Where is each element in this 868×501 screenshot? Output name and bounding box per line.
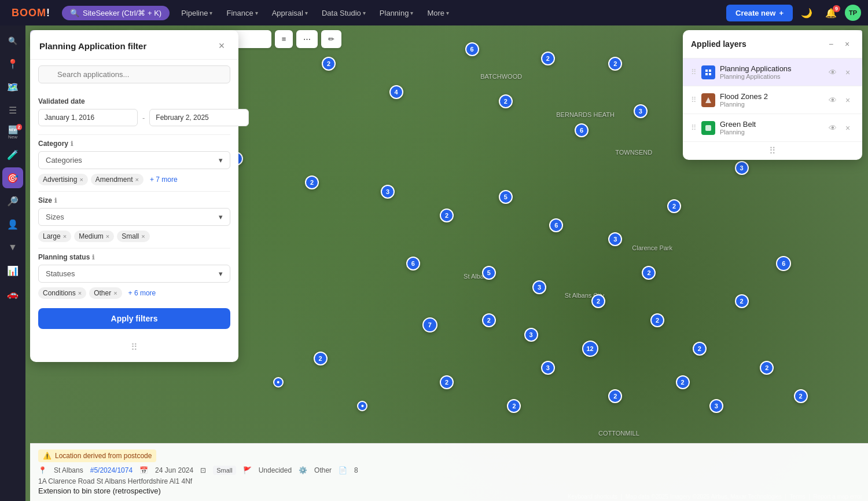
date-from-input[interactable]	[38, 109, 138, 126]
cluster-marker[interactable]: 2	[608, 57, 622, 71]
application-search-input[interactable]	[38, 65, 230, 83]
nav-appraisal[interactable]: Appraisal ▾	[266, 6, 314, 20]
cluster-marker[interactable]: 6	[406, 257, 420, 270]
cluster-marker[interactable]: 2	[642, 266, 656, 280]
remove-amendment-tag[interactable]: ×	[135, 176, 139, 183]
cluster-marker[interactable]: 5	[499, 190, 513, 204]
nav-planning[interactable]: Planning ▾	[374, 6, 420, 20]
size-info-icon[interactable]: ℹ	[54, 197, 57, 204]
cluster-marker[interactable]: 2	[541, 52, 555, 65]
cluster-marker[interactable]: 6	[549, 218, 563, 232]
cluster-marker[interactable]: 3	[541, 361, 555, 375]
apply-filters-button[interactable]: Apply filters	[38, 308, 230, 329]
layer-item-flood[interactable]: ⠿ Flood Zones 2 Planning 👁 ×	[683, 86, 862, 114]
cluster-marker[interactable]: 2	[499, 94, 513, 108]
cluster-marker[interactable]: 2	[322, 57, 336, 71]
cluster-marker[interactable]: 2	[676, 375, 690, 389]
nav-finance[interactable]: Finance ▾	[220, 6, 263, 20]
nav-pipeline[interactable]: Pipeline ▾	[175, 6, 218, 20]
layer-item-greenbelt[interactable]: ⠿ Green Belt Planning 👁 ×	[683, 114, 862, 142]
user-avatar[interactable]: TP	[845, 5, 861, 21]
cluster-marker[interactable]: 2	[482, 313, 496, 327]
layer-visibility-button-greenbelt[interactable]: 👁	[826, 122, 839, 134]
layer-drag-handle[interactable]: ⠿	[691, 96, 697, 104]
create-new-button[interactable]: Create new +	[726, 5, 793, 21]
cluster-marker[interactable]: 3	[381, 185, 395, 199]
draw-tool-button[interactable]: ✏	[321, 30, 341, 48]
layers-panel-drag-handle[interactable]: ⠿	[683, 142, 862, 160]
cluster-marker[interactable]: 2	[440, 209, 454, 222]
remove-large-tag[interactable]: ×	[63, 233, 67, 240]
cluster-marker[interactable]: 2	[760, 361, 774, 375]
cluster-marker[interactable]: 5	[482, 266, 496, 280]
cluster-marker[interactable]: 2	[314, 352, 328, 365]
map-options-button[interactable]: ⋯	[296, 30, 318, 48]
cluster-marker[interactable]: 2	[794, 389, 808, 403]
theme-toggle-button[interactable]: 🌙	[796, 4, 817, 22]
cluster-marker[interactable]: 3	[524, 328, 538, 342]
cluster-marker[interactable]: 2	[305, 175, 319, 189]
layer-remove-button-flood[interactable]: ×	[841, 94, 854, 107]
sidebar-item-siteseeker[interactable]: 🔍	[2, 30, 23, 51]
cluster-marker[interactable]: 2	[591, 294, 605, 308]
categories-dropdown[interactable]: Categories ▾	[38, 151, 230, 169]
cluster-marker[interactable]: •	[357, 401, 367, 411]
cluster-marker[interactable]: 3	[634, 104, 648, 118]
sidebar-item-search[interactable]: 🔎	[2, 191, 23, 211]
sizes-dropdown[interactable]: Sizes ▾	[38, 208, 230, 226]
notifications-button[interactable]: 🔔 9	[821, 4, 841, 22]
statuses-dropdown[interactable]: Statuses ▾	[38, 265, 230, 283]
sidebar-item-lab[interactable]: 🧪	[2, 144, 23, 165]
sidebar-item-analytics[interactable]: 📊	[2, 260, 23, 281]
layer-item-planning-applications[interactable]: ⠿ Planning Applications Planning Applica…	[683, 58, 862, 86]
cluster-marker[interactable]: •	[273, 377, 284, 387]
nav-more[interactable]: More ▾	[421, 6, 455, 20]
sidebar-item-filter[interactable]: ▼	[2, 237, 23, 258]
remove-conditions-tag[interactable]: ×	[78, 290, 82, 297]
layer-drag-handle[interactable]: ⠿	[691, 123, 697, 132]
filter-close-button[interactable]: ×	[214, 38, 229, 53]
cluster-marker[interactable]: 6	[465, 42, 479, 56]
sidebar-item-target[interactable]: 🎯	[2, 167, 23, 188]
siteseeker-button[interactable]: 🔍 SiteSeeker (Ctrl/⌘ + K)	[62, 6, 170, 20]
sidebar-item-menu[interactable]: ☰	[2, 100, 23, 120]
sidebar-item-transport[interactable]: 🚗	[2, 283, 23, 304]
layer-remove-button-planning[interactable]: ×	[841, 66, 854, 79]
cluster-marker[interactable]: 3	[735, 161, 749, 175]
remove-advertising-tag[interactable]: ×	[79, 176, 83, 183]
sidebar-item-map[interactable]: 🗺️	[2, 76, 23, 97]
nav-datastudio[interactable]: Data Studio ▾	[316, 6, 372, 20]
remove-medium-tag[interactable]: ×	[106, 233, 109, 240]
layer-visibility-button-flood[interactable]: 👁	[826, 94, 839, 107]
layers-minimize-button[interactable]: −	[824, 37, 838, 51]
cluster-marker[interactable]: 2	[608, 389, 622, 403]
cluster-marker[interactable]: 2	[735, 294, 749, 308]
layers-toggle-button[interactable]: ≡	[275, 30, 293, 48]
cluster-marker[interactable]: 3	[709, 399, 723, 413]
cluster-marker[interactable]: 6	[776, 256, 791, 271]
sidebar-item-new[interactable]: 2 🆕 New	[2, 123, 23, 142]
filter-panel-drag-handle[interactable]: ⠿	[30, 342, 238, 353]
layers-close-button[interactable]: ×	[840, 37, 854, 51]
category-info-icon[interactable]: ℹ	[71, 140, 73, 148]
cluster-marker[interactable]: 6	[575, 123, 589, 137]
layer-remove-button-greenbelt[interactable]: ×	[841, 122, 854, 134]
cluster-marker[interactable]: 2	[667, 199, 681, 213]
remove-other-tag[interactable]: ×	[113, 290, 117, 297]
date-to-input[interactable]	[149, 109, 249, 126]
sidebar-item-location[interactable]: 📍	[2, 53, 23, 74]
status-info-icon[interactable]: ℹ	[92, 254, 94, 261]
cluster-marker[interactable]: 12	[582, 341, 598, 357]
cluster-marker[interactable]: 2	[693, 342, 707, 356]
status-more-button[interactable]: + 6 more	[125, 287, 160, 299]
application-ref[interactable]: #5/2024/1074	[90, 466, 133, 474]
cluster-marker[interactable]: 3	[532, 280, 546, 294]
sidebar-item-person[interactable]: 👤	[2, 214, 23, 235]
cluster-marker[interactable]: 4	[389, 85, 403, 99]
cluster-marker[interactable]: 2	[507, 399, 521, 413]
layer-visibility-button-planning[interactable]: 👁	[826, 66, 839, 79]
remove-small-tag[interactable]: ×	[141, 233, 145, 240]
cluster-marker[interactable]: 3	[608, 232, 622, 246]
category-more-button[interactable]: + 7 more	[146, 174, 181, 185]
cluster-marker[interactable]: 7	[422, 317, 437, 332]
